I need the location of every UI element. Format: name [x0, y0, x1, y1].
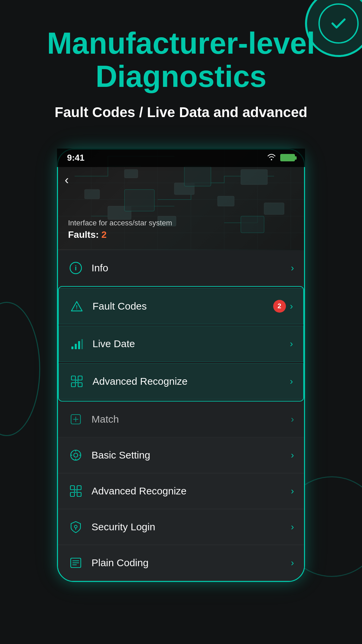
svg-rect-28: [75, 344, 77, 349]
status-bar: 9:41: [57, 149, 305, 167]
svg-rect-40: [77, 486, 81, 490]
svg-point-35: [75, 380, 78, 383]
plain-coding-icon: [68, 555, 83, 571]
advanced-recognize-top-chevron: ›: [290, 376, 293, 387]
header-section: Manufacturer-level Diagnostics Fault Cod…: [0, 0, 362, 135]
live-date-chevron: ›: [290, 338, 293, 349]
match-label: Match: [92, 414, 291, 425]
phone-frame: 9:41: [57, 149, 305, 582]
svg-rect-20: [264, 203, 284, 214]
svg-rect-21: [184, 166, 211, 186]
highlighted-menu-group: ! Fault Codes 2 ›: [58, 286, 304, 401]
basic-setting-icon: [68, 447, 83, 463]
wifi-icon: [267, 153, 276, 162]
svg-text:i: i: [75, 264, 77, 272]
main-title: Manufacturer-level Diagnostics: [20, 27, 342, 93]
svg-rect-41: [70, 492, 74, 496]
circuit-text-area: Interface for access/star system Faults:…: [68, 219, 172, 240]
svg-rect-19: [84, 190, 100, 199]
match-chevron: ›: [291, 414, 294, 425]
plain-coding-chevron: ›: [291, 557, 294, 568]
advanced-recognize-icon: [68, 483, 83, 499]
menu-item-info[interactable]: i Info ›: [58, 250, 304, 286]
menu-item-advanced-recognize-top[interactable]: Advanced Recognize ›: [59, 363, 303, 399]
advanced-recognize-label: Advanced Recognize: [92, 485, 291, 497]
svg-rect-23: [241, 216, 264, 233]
menu-item-plain-coding[interactable]: Plain Coding ›: [58, 545, 304, 581]
menu-item-fault-codes[interactable]: ! Fault Codes 2 ›: [59, 288, 303, 324]
svg-point-44: [74, 525, 77, 528]
menu-item-advanced-recognize[interactable]: Advanced Recognize ›: [58, 473, 304, 509]
fault-codes-icon: !: [69, 299, 84, 314]
svg-rect-34: [78, 383, 82, 387]
match-icon: [68, 412, 83, 427]
security-login-icon: [68, 519, 83, 535]
svg-rect-30: [81, 339, 83, 349]
faults-display: Faults: 2: [68, 229, 172, 240]
interface-subtitle: Interface for access/star system: [68, 219, 172, 227]
svg-rect-32: [78, 376, 82, 380]
svg-rect-17: [241, 169, 267, 184]
svg-rect-33: [71, 383, 75, 387]
status-icons: [267, 153, 295, 162]
menu-item-security-login[interactable]: Security Login ›: [58, 509, 304, 545]
svg-rect-29: [78, 341, 80, 349]
svg-rect-27: [71, 346, 73, 349]
info-icon: i: [68, 260, 83, 276]
fault-codes-chevron: ›: [290, 301, 293, 312]
security-login-chevron: ›: [291, 522, 294, 532]
fault-codes-label: Fault Codes: [93, 301, 273, 312]
live-date-label: Live Date: [93, 338, 290, 350]
basic-setting-label: Basic Setting: [92, 449, 291, 461]
phone-mockup: 9:41: [57, 149, 305, 582]
info-label: Info: [92, 262, 291, 274]
svg-text:!: !: [76, 305, 77, 310]
svg-rect-22: [124, 190, 154, 211]
battery-icon: [280, 154, 295, 161]
svg-rect-15: [218, 196, 234, 206]
advanced-recognize-top-label: Advanced Recognize: [93, 376, 290, 387]
info-chevron: ›: [291, 263, 294, 273]
svg-rect-13: [124, 169, 138, 178]
menu-item-basic-setting[interactable]: Basic Setting ›: [58, 437, 304, 473]
basic-setting-chevron: ›: [291, 450, 294, 461]
advanced-recognize-chevron: ›: [291, 486, 294, 496]
sub-title: Fault Codes / Live Data and advanced: [20, 103, 342, 122]
back-button[interactable]: ‹: [65, 173, 69, 187]
menu-item-match[interactable]: Match ›: [58, 401, 304, 437]
svg-point-38: [74, 453, 78, 457]
plain-coding-label: Plain Coding: [92, 557, 291, 569]
svg-rect-31: [71, 376, 75, 380]
menu-item-live-date[interactable]: Live Date ›: [59, 326, 303, 362]
svg-rect-42: [77, 492, 81, 496]
svg-point-43: [74, 490, 77, 492]
advanced-recognize-top-icon: [69, 374, 84, 389]
fault-codes-badge: 2: [273, 300, 286, 313]
menu-list: i Info › ! Fault Codes 2: [58, 250, 304, 581]
live-date-icon: [69, 336, 84, 352]
status-time: 9:41: [67, 153, 84, 163]
svg-rect-39: [70, 486, 74, 490]
security-login-label: Security Login: [92, 521, 291, 533]
